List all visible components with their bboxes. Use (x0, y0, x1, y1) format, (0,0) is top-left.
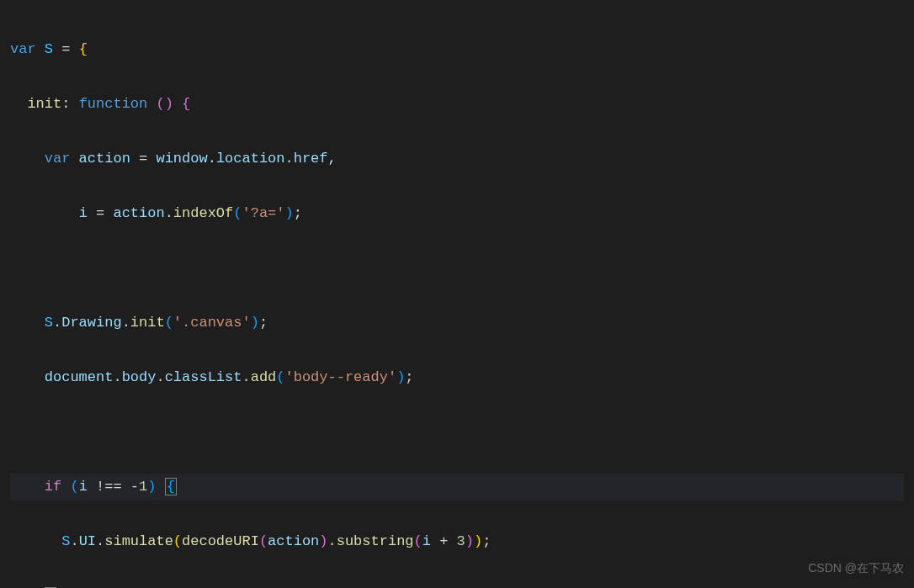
code-editor[interactable]: var S = { init: function () { var action… (0, 0, 914, 588)
code-line: } else { (10, 583, 904, 589)
cursor-position: { (165, 478, 177, 495)
code-line: document.body.classList.add('body--ready… (10, 364, 904, 392)
code-line (10, 419, 904, 447)
code-line: var action = window.location.href, (10, 146, 904, 173)
code-line: init: function () { (10, 91, 904, 119)
code-line: var S = { (10, 36, 904, 64)
code-line-active: if (i !== -1) { (10, 474, 904, 501)
code-line: S.UI.simulate(decodeURI(action).substrin… (10, 528, 904, 556)
code-line: S.Drawing.init('.canvas'); (10, 310, 904, 337)
code-line: i = action.indexOf('?a='); (10, 200, 904, 228)
code-line (10, 255, 904, 283)
watermark: CSDN @在下马农 (808, 554, 904, 582)
